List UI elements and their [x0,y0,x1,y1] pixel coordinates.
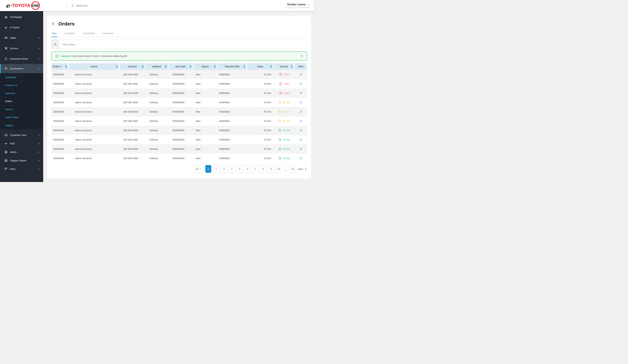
sort-icon[interactable] [214,65,216,68]
close-icon[interactable]: ✕ [301,55,303,58]
sidebar-sub-item[interactable]: Returns [0,105,43,113]
sidebar-sub-item[interactable]: Dashboard [0,73,43,81]
view-order-button[interactable] [299,157,302,160]
sort-icon[interactable] [270,65,272,68]
view-order-button[interactable] [299,82,302,85]
sidebar-item[interactable]: PSE [0,139,43,148]
pagination-ellipsis[interactable]: ••• [284,169,288,171]
view-order-button[interactable] [299,120,302,122]
column-header[interactable]: Value [247,63,273,70]
page-button[interactable]: 2 [213,165,219,173]
cell-accept-timer: 1 min [274,88,294,98]
tab[interactable]: Completed [82,32,95,37]
pulse-icon [4,142,8,145]
page-button[interactable]: 1 [205,165,211,173]
cell-payment-ref: 00000000 [218,116,246,126]
sidebar-item[interactable]: Admin [0,148,43,156]
page-button[interactable]: 8 [260,165,266,173]
page-button[interactable]: 10 [276,165,282,173]
accept-time-label: 10 min [283,111,290,113]
global-search-input[interactable] [76,4,129,7]
sidebar-item[interactable]: e-Toyota [0,22,43,33]
cell-accept-timer: 10 min [274,107,294,116]
orders-table-header: Order # Guest Contact Method Due Date [51,63,307,70]
sidebar-item[interactable]: Customer Care [0,131,43,139]
column-header[interactable]: Order # [51,63,68,70]
page-number: 2 [215,168,217,170]
main-content-card: Orders New Accepted Completed Cancelled [47,16,311,179]
sidebar-sub-item-label: Orders [5,100,12,103]
sort-icon[interactable] [243,65,245,68]
sidebar-item[interactable]: Fleet [0,165,43,173]
column-header[interactable]: Accept [274,63,294,70]
view-order-button[interactable] [299,147,302,150]
view-order-button[interactable] [299,73,302,76]
column-header[interactable]: Guest [69,63,119,70]
sort-icon[interactable] [116,65,118,68]
back-button[interactable] [51,22,55,26]
column-header[interactable]: Contact [120,63,145,70]
sidebar-sub-item[interactable]: Product List [0,81,43,89]
sort-icon[interactable] [165,65,167,68]
stopwatch-icon [278,119,282,123]
column-header[interactable]: View [295,63,307,70]
table-search-input[interactable] [59,40,307,49]
view-order-button[interactable] [299,91,302,95]
view-order-button[interactable] [299,110,302,113]
view-order-button[interactable] [299,101,302,104]
page-button[interactable]: 4 [229,165,235,173]
cell-due-date: 00/00/0000 [169,154,193,163]
sidebar-item[interactable]: Homepage [0,12,43,22]
page-button[interactable]: 6 [244,165,250,173]
page-button[interactable]: 3 [221,165,227,173]
cell-value: R 0.00 [247,135,273,144]
cell-contact: 082 000 0000 [120,135,145,144]
sidebar-sub-item[interactable]: Orders [0,97,43,105]
cell-order-number: 00000000 [51,107,68,116]
sidebar-item-label: Customer Care [10,134,26,136]
table-row: 00000000 Name Surname 082 000 0000 Deliv… [51,98,307,107]
caret-down-icon [38,143,40,145]
page-button[interactable]: 9 [268,165,274,173]
tab-label: New [52,32,57,35]
column-header[interactable]: Status [193,63,217,70]
sort-icon[interactable] [65,65,67,68]
sidebar-sub-item[interactable]: Support [0,121,43,129]
sidebar: Homepage e-Toyota Sales Service [0,11,43,182]
sidebar-sub-item[interactable]: Dealer Setup [0,113,43,121]
sort-icon[interactable] [142,65,144,68]
sort-icon[interactable] [291,65,293,68]
chevron-down-icon [307,3,310,6]
column-header[interactable]: Payment Ref [218,63,246,70]
sidebar-sub-item[interactable]: Discounts [0,89,43,97]
page-number: 7 [255,168,256,170]
sidebar-item[interactable]: Support Viewer [0,156,43,165]
next-page-button[interactable]: Next [298,168,307,170]
sidebar-sub-item-label: Dealer Setup [5,116,18,119]
column-header[interactable]: Method [146,63,168,70]
page-number: 5 [239,168,240,170]
sidebar-item[interactable]: Automark Online [0,54,43,64]
tab[interactable]: Cancelled [102,32,114,37]
stopwatch-icon [278,101,282,104]
sidebar-item[interactable]: Sales [0,33,43,43]
page-size-select[interactable]: 10 [194,165,203,173]
logo-hyphen: - [10,3,12,8]
page-number: 10 [278,168,280,170]
sidebar-item[interactable]: Service [0,43,43,54]
cell-guest: Name Surname [69,107,119,116]
page-button[interactable]: 5 [237,165,243,173]
stopwatch-icon [279,73,282,76]
sidebar-item-ecommerce[interactable]: eCommerce [0,64,43,73]
global-search [71,4,129,7]
tab[interactable]: Accepted [64,32,76,37]
column-header[interactable]: Due Date [169,63,193,70]
dealer-dropdown[interactable]: Dealer name [284,2,310,6]
page-button[interactable]: 7 [252,165,258,173]
view-order-button[interactable] [299,129,302,132]
tab[interactable]: New [51,32,57,37]
sidebar-top-group: Homepage e-Toyota Sales Service [0,11,43,64]
last-page-button[interactable]: 15 [290,165,296,173]
sort-icon[interactable] [189,65,191,68]
view-order-button[interactable] [299,138,302,141]
